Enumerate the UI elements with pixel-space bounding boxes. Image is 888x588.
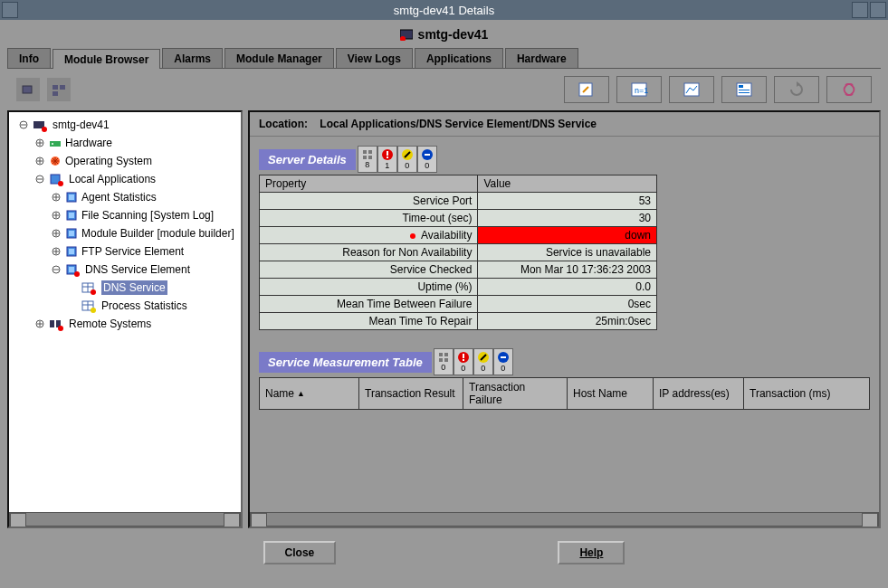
- expander-icon[interactable]: [34, 138, 45, 148]
- detail-scrollbar[interactable]: [250, 512, 879, 526]
- expander-icon[interactable]: [51, 192, 62, 203]
- close-button[interactable]: Close: [263, 541, 337, 564]
- minimize-button[interactable]: [852, 2, 868, 18]
- tab-info[interactable]: Info: [7, 48, 51, 68]
- tree-item-hardware[interactable]: Hardware: [11, 134, 239, 152]
- svg-rect-77: [463, 359, 464, 361]
- expander-icon[interactable]: [67, 282, 78, 293]
- val-header: Value: [478, 175, 657, 193]
- table-row[interactable]: Mean Time Between Failure0sec: [260, 296, 657, 313]
- property-cell: Service Port: [260, 193, 478, 210]
- expander-icon[interactable]: [51, 246, 62, 257]
- tree-item-label: Remote Systems: [69, 317, 151, 331]
- expander-icon[interactable]: [51, 210, 62, 221]
- value-cell: down: [478, 227, 657, 244]
- tree-item-label: File Scanning [System Log]: [81, 208, 214, 223]
- tree-item-dns-service[interactable]: DNS Service: [11, 279, 239, 297]
- column-name[interactable]: Name▲: [260, 378, 359, 409]
- toolbar-icon-2[interactable]: [47, 78, 71, 101]
- tabstrip: InfoModule BrowserAlarmsModule ManagerVi…: [7, 45, 881, 69]
- tree-item-operating-system[interactable]: Operating System: [11, 152, 239, 170]
- status-info[interactable]: 0: [493, 348, 513, 375]
- status-crit[interactable]: 1: [377, 146, 397, 173]
- column-transaction-failure[interactable]: Transaction Failure: [463, 378, 568, 409]
- table-row[interactable]: Service Port53: [260, 193, 657, 210]
- tab-view-logs[interactable]: View Logs: [336, 48, 413, 68]
- refresh-button-2[interactable]: [826, 76, 872, 103]
- column-ip-address-es-[interactable]: IP address(es): [654, 378, 744, 409]
- tree-item-local-applications[interactable]: Local Applications: [11, 170, 239, 188]
- table-row[interactable]: Reason for Non AvailabilityService is un…: [260, 244, 657, 261]
- tree-item-module-builder-module-builder-[interactable]: Module Builder [module builder]: [11, 224, 239, 242]
- svg-rect-13: [739, 92, 750, 93]
- refresh-button-1[interactable]: [774, 76, 819, 103]
- svg-rect-73: [444, 353, 448, 356]
- tab-module-manager[interactable]: Module Manager: [224, 48, 334, 68]
- value-cell: 0sec: [478, 296, 657, 313]
- tree-item-file-scanning-system-log-[interactable]: File Scanning [System Log]: [11, 206, 239, 224]
- svg-rect-12: [739, 90, 750, 90]
- table-row[interactable]: Availabilitydown: [260, 227, 657, 244]
- table-row[interactable]: Time-out (sec)30: [260, 210, 657, 227]
- expander-icon[interactable]: [34, 174, 45, 185]
- svg-rect-3: [53, 85, 58, 90]
- tab-applications[interactable]: Applications: [415, 48, 503, 68]
- status-sum[interactable]: 8: [358, 146, 377, 173]
- window-menu-button[interactable]: [2, 2, 18, 18]
- maximize-button[interactable]: [870, 2, 886, 18]
- column-transaction-result[interactable]: Transaction Result: [359, 378, 463, 409]
- help-button[interactable]: Help: [558, 541, 625, 564]
- prop-header: Property: [260, 175, 478, 193]
- status-info[interactable]: 0: [417, 146, 437, 173]
- table-row[interactable]: Uptime (%)0.0: [260, 279, 657, 296]
- tree-item-process-statistics[interactable]: Process Statistics: [11, 297, 239, 315]
- svg-rect-65: [368, 150, 372, 154]
- tree-scrollbar[interactable]: [9, 512, 241, 526]
- service-measurement-columns[interactable]: Name▲Transaction ResultTransaction Failu…: [259, 377, 870, 410]
- svg-rect-76: [463, 354, 464, 358]
- status-sum[interactable]: 0: [434, 348, 454, 375]
- table-row[interactable]: Service CheckedMon Mar 10 17:36:23 2003: [260, 261, 657, 279]
- tab-module-browser[interactable]: Module Browser: [53, 49, 160, 69]
- expander-icon[interactable]: [51, 228, 62, 239]
- tree-item-remote-systems[interactable]: Remote Systems: [11, 315, 239, 333]
- status-warn[interactable]: 0: [473, 348, 493, 375]
- tree-item-smtg-dev41[interactable]: smtg-dev41: [11, 116, 239, 134]
- tree-item-label: Hardware: [65, 136, 112, 150]
- expander-icon[interactable]: [34, 156, 45, 166]
- svg-rect-4: [60, 85, 65, 90]
- tree-item-dns-service-element[interactable]: DNS Service Element: [11, 261, 239, 279]
- status-crit[interactable]: 0: [454, 348, 473, 375]
- expander-icon[interactable]: [67, 300, 78, 311]
- svg-rect-68: [387, 151, 388, 156]
- svg-rect-38: [69, 213, 74, 218]
- value-cell: 0.0: [478, 279, 657, 296]
- host-header: smtg-dev41: [7, 24, 881, 45]
- tree-item-agent-statistics[interactable]: Agent Statistics: [11, 188, 239, 206]
- tree-panel[interactable]: smtg-dev41HardwareOperating SystemLocal …: [7, 110, 243, 528]
- tab-hardware[interactable]: Hardware: [505, 48, 578, 68]
- status-warn[interactable]: 0: [397, 146, 417, 173]
- tree-item-label: Operating System: [65, 154, 152, 168]
- expander-icon[interactable]: [51, 264, 62, 275]
- edit-button[interactable]: [564, 76, 609, 103]
- tab-alarms[interactable]: Alarms: [162, 48, 223, 68]
- server-details-table: Property Value Service Port53Time-out (s…: [259, 175, 657, 330]
- column-transaction-ms-[interactable]: Transaction (ms): [744, 378, 844, 409]
- toolbar-icon-1[interactable]: [16, 78, 40, 101]
- window-title: smtg-dev41 Details: [394, 4, 494, 17]
- property-cell: Mean Time Between Failure: [260, 296, 478, 313]
- property-cell: Uptime (%): [260, 279, 478, 296]
- expander-icon[interactable]: [18, 119, 29, 130]
- svg-rect-75: [444, 358, 448, 362]
- value-cell: 30: [478, 210, 657, 227]
- value-cell: 25min:0sec: [478, 313, 657, 330]
- expander-icon[interactable]: [34, 318, 45, 329]
- value-cell: Mon Mar 10 17:36:23 2003: [478, 261, 657, 279]
- graph-button[interactable]: [669, 76, 714, 103]
- properties-button[interactable]: [721, 76, 767, 103]
- tree-item-ftp-service-element[interactable]: FTP Service Element: [11, 242, 239, 261]
- column-host-name[interactable]: Host Name: [568, 378, 654, 409]
- table-row[interactable]: Mean Time To Repair25min:0sec: [260, 313, 657, 330]
- probe-button[interactable]: n=1: [616, 76, 662, 103]
